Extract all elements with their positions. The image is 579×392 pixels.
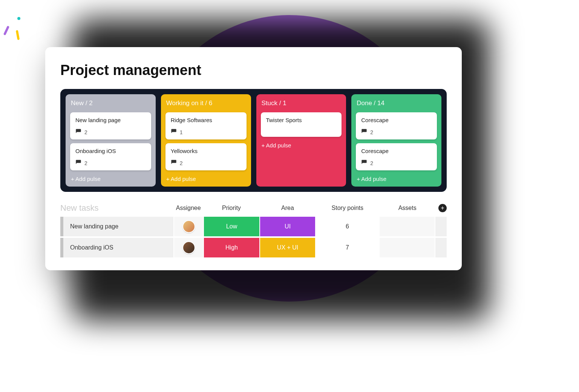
add-column-button[interactable]: + — [435, 204, 447, 212]
column-header: Working on it / 6 — [165, 99, 247, 109]
comment-count: 2 — [370, 160, 373, 166]
column-working: Working on it / 6 Ridge Softwares 1 Yell… — [161, 94, 251, 187]
area-label: UI — [285, 223, 291, 230]
comment-count: 2 — [370, 129, 373, 135]
kanban-card[interactable]: Onboarding iOS 2 — [70, 143, 151, 170]
card-title: Onboarding iOS — [75, 148, 146, 154]
page-title: Project management — [60, 62, 447, 78]
priority-cell[interactable]: High — [204, 238, 259, 257]
card-comments[interactable]: 1 — [171, 129, 241, 136]
table-header-row: New tasks Assignee Priority Area Story p… — [60, 203, 447, 217]
col-header-area[interactable]: Area — [259, 205, 316, 211]
kanban-card[interactable]: Corescape 2 — [356, 112, 437, 139]
priority-label: Low — [226, 223, 237, 230]
plus-icon: + — [438, 204, 447, 212]
trailing-cell — [435, 217, 447, 236]
column-done: Done / 14 Corescape 2 Corescape 2 + Add … — [351, 94, 441, 187]
card-comments[interactable]: 2 — [75, 159, 146, 167]
area-label: UX + UI — [277, 244, 298, 251]
col-header-priority[interactable]: Priority — [203, 205, 259, 211]
comment-count: 2 — [84, 129, 87, 135]
assignee-cell[interactable] — [174, 238, 203, 257]
add-pulse-button[interactable]: + Add pulse — [165, 174, 247, 183]
card-title: Yelloworks — [171, 148, 241, 154]
card-comments[interactable]: 2 — [75, 129, 146, 136]
task-name-cell[interactable]: New landing page — [63, 217, 173, 236]
col-header-story-points[interactable]: Story points — [316, 205, 379, 211]
add-pulse-button[interactable]: + Add pulse — [70, 174, 151, 183]
add-pulse-button[interactable]: + Add pulse — [356, 174, 437, 183]
story-points-cell[interactable]: 6 — [316, 217, 378, 236]
column-header: Done / 14 — [356, 99, 437, 109]
avatar — [182, 241, 195, 254]
comment-count: 2 — [180, 160, 183, 166]
comment-count: 1 — [180, 129, 183, 135]
assignee-cell[interactable] — [174, 217, 203, 236]
tasks-table: New tasks Assignee Priority Area Story p… — [60, 203, 447, 257]
area-cell[interactable]: UX + UI — [260, 238, 316, 257]
card-title: Ridge Softwares — [171, 117, 241, 123]
comment-count: 2 — [84, 160, 87, 166]
decorative-sparkle — [4, 15, 26, 41]
kanban-card[interactable]: Corescape 2 — [356, 143, 437, 170]
area-cell[interactable]: UI — [260, 217, 316, 236]
kanban-card[interactable]: Yelloworks 2 — [165, 143, 247, 170]
kanban-card[interactable]: New landing page 2 — [70, 112, 151, 139]
card-comments[interactable]: 2 — [361, 129, 432, 136]
kanban-card[interactable]: Twister Sports — [261, 112, 342, 137]
story-points-cell[interactable]: 7 — [316, 238, 378, 257]
task-row[interactable]: New landing page Low UI 6 — [60, 217, 447, 236]
task-row[interactable]: Onboarding iOS High UX + UI 7 — [60, 238, 447, 257]
card-title: New landing page — [75, 117, 146, 123]
section-title: New tasks — [60, 203, 173, 213]
card-title: Corescape — [361, 148, 432, 154]
task-name-cell[interactable]: Onboarding iOS — [63, 238, 173, 257]
main-panel: Project management New / 2 New landing p… — [45, 47, 462, 270]
col-header-assets[interactable]: Assets — [379, 205, 435, 211]
column-stuck: Stuck / 1 Twister Sports + Add pulse — [256, 94, 346, 187]
column-header: Stuck / 1 — [261, 99, 342, 109]
comment-icon — [361, 129, 367, 136]
card-comments[interactable]: 2 — [361, 159, 432, 167]
comment-icon — [171, 129, 177, 136]
priority-cell[interactable]: Low — [204, 217, 259, 236]
card-comments[interactable]: 2 — [171, 159, 241, 167]
row-accent — [60, 217, 63, 236]
column-header: New / 2 — [70, 99, 151, 109]
comment-icon — [75, 159, 81, 167]
column-new: New / 2 New landing page 2 Onboarding iO… — [66, 94, 156, 187]
avatar — [182, 220, 195, 233]
trailing-cell — [435, 238, 447, 257]
comment-icon — [75, 129, 81, 136]
kanban-board: New / 2 New landing page 2 Onboarding iO… — [60, 89, 447, 192]
assets-cell[interactable] — [380, 217, 435, 236]
card-title: Corescape — [361, 117, 432, 123]
assets-cell[interactable] — [380, 238, 435, 257]
col-header-assignee[interactable]: Assignee — [173, 205, 203, 211]
priority-label: High — [225, 244, 238, 251]
row-accent — [60, 238, 63, 257]
comment-icon — [171, 159, 177, 167]
card-title: Twister Sports — [266, 117, 337, 123]
add-pulse-button[interactable]: + Add pulse — [261, 141, 342, 149]
comment-icon — [361, 159, 367, 167]
kanban-card[interactable]: Ridge Softwares 1 — [165, 112, 247, 139]
